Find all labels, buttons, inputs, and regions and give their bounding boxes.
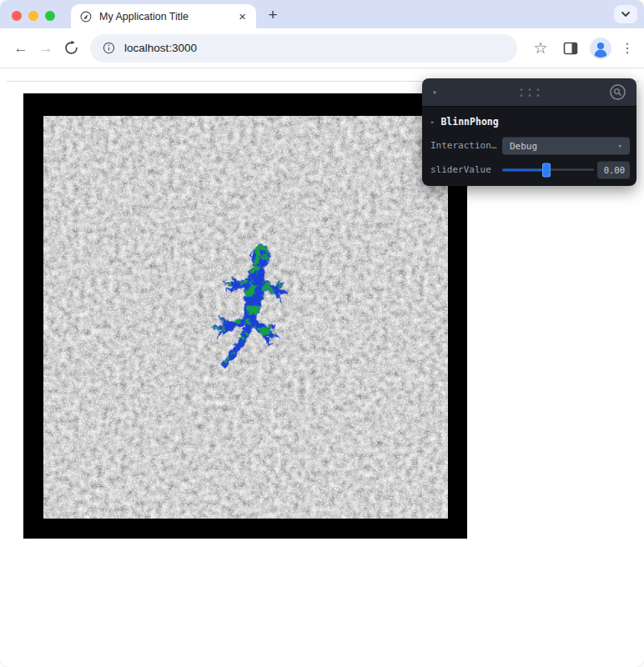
avatar-icon [590, 38, 611, 59]
reload-button[interactable] [58, 35, 83, 62]
interaction-select[interactable]: Debug ▾ [502, 137, 630, 154]
back-button[interactable]: ← [8, 35, 33, 62]
lizard-model [209, 241, 292, 374]
interaction-label: Interaction… [430, 140, 502, 151]
slidervalue-row: sliderValue 0.00 [422, 158, 636, 182]
window-minimize-button[interactable] [28, 11, 38, 21]
select-chevron-icon: ▾ [618, 142, 622, 150]
side-panel-icon [562, 40, 579, 57]
tab-title: My Application Title [99, 11, 230, 23]
toolbar-actions: ☆ ⋮ [529, 37, 636, 60]
bookmark-star-button[interactable]: ☆ [529, 38, 552, 58]
interaction-select-value: Debug [510, 140, 537, 151]
browser-toolbar: ← → localhost:3000 ☆ [0, 28, 644, 68]
url-text: localhost:3000 [124, 42, 197, 54]
debug-panel: ▾ ▸ BlinnPhong [422, 78, 636, 186]
interaction-row: Interaction… Debug ▾ [422, 133, 636, 158]
profile-avatar-button[interactable] [589, 37, 612, 60]
slider-value-input[interactable]: 0.00 [597, 161, 630, 178]
reload-icon [63, 40, 79, 56]
slider-handle[interactable] [542, 163, 551, 177]
favicon-icon [79, 10, 93, 23]
tab-close-icon[interactable]: × [237, 10, 248, 23]
site-info-icon[interactable] [102, 41, 116, 55]
panel-drag-handle-icon[interactable] [520, 88, 539, 97]
forward-button[interactable]: → [33, 35, 58, 62]
webgl-canvas[interactable] [23, 93, 467, 539]
window-close-button[interactable] [12, 11, 22, 21]
page-content: ▾ ▸ BlinnPhong [0, 68, 644, 666]
folder-row-blinnphong[interactable]: ▸ BlinnPhong [422, 109, 636, 133]
magnifier-icon [609, 83, 626, 101]
debug-panel-toolbar: ▾ [422, 78, 636, 106]
address-bar[interactable]: localhost:3000 [90, 34, 517, 63]
slidervalue-label: sliderValue [430, 164, 502, 175]
browser-tab[interactable]: My Application Title × [71, 4, 256, 28]
new-tab-button[interactable]: + [262, 4, 284, 26]
side-panel-button[interactable] [559, 37, 582, 60]
browser-menu-button[interactable]: ⋮ [619, 40, 636, 56]
folder-expand-icon: ▸ [430, 118, 435, 126]
tab-strip: My Application Title × + [0, 0, 644, 28]
panel-collapse-icon[interactable]: ▾ [432, 88, 437, 97]
traffic-lights [12, 11, 55, 21]
slider-track-fill [502, 168, 546, 171]
folder-label: BlinnPhong [440, 116, 498, 128]
tab-search-chevron-button[interactable] [614, 5, 637, 23]
rock-texture [43, 116, 448, 519]
window-zoom-button[interactable] [45, 11, 55, 21]
chevron-down-icon [621, 11, 631, 18]
browser-window: My Application Title × + ← → [0, 0, 644, 667]
panel-search-button[interactable] [609, 83, 626, 101]
debug-panel-body: ▸ BlinnPhong Interaction… Debug ▾ slider… [422, 106, 636, 186]
slider-track[interactable] [502, 161, 594, 178]
